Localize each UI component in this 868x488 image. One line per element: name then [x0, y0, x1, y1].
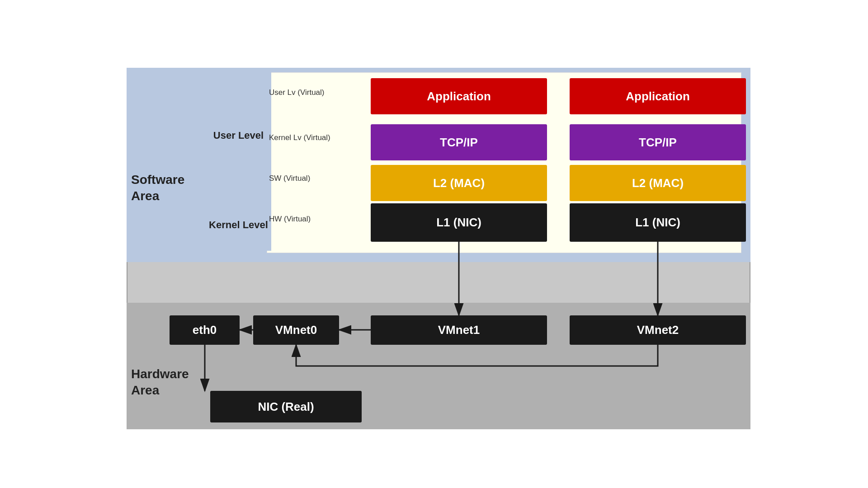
eth0-block: eth0: [170, 315, 240, 345]
vmnet1-block: VMnet1: [371, 315, 547, 345]
l1nic-block-1: L1 (NIC): [371, 203, 547, 242]
application-block-2: Application: [570, 78, 746, 114]
row-label-kernel-lv: Kernel Lv (Virtual): [269, 133, 330, 142]
diagram-container: User Level Kernel Level SoftwareArea Har…: [72, 41, 796, 447]
row-label-user-lv: User Lv (Virtual): [269, 88, 325, 97]
l1nic-block-2: L1 (NIC): [570, 203, 746, 242]
row-label-hw: HW (Virtual): [269, 215, 311, 224]
l2mac-block-1: L2 (MAC): [371, 165, 547, 201]
software-area-label: SoftwareArea: [131, 172, 184, 205]
row-label-sw: SW (Virtual): [269, 174, 310, 183]
l2mac-block-2: L2 (MAC): [570, 165, 746, 201]
user-level-label: User Level: [213, 130, 264, 141]
tcpip-block-2: TCP/IP: [570, 124, 746, 160]
user-level-box: User Level: [206, 72, 271, 199]
kernel-level-label: Kernel Level: [209, 219, 268, 231]
vmnet0-block: VMnet0: [253, 315, 339, 345]
application-block-1: Application: [371, 78, 547, 114]
nic-real-block: NIC (Real): [210, 391, 362, 422]
tcpip-block-1: TCP/IP: [371, 124, 547, 160]
vmnet2-block: VMnet2: [570, 315, 746, 345]
kernel-level-box: Kernel Level: [206, 199, 271, 251]
hardware-area-label: HardwareArea: [131, 366, 189, 399]
